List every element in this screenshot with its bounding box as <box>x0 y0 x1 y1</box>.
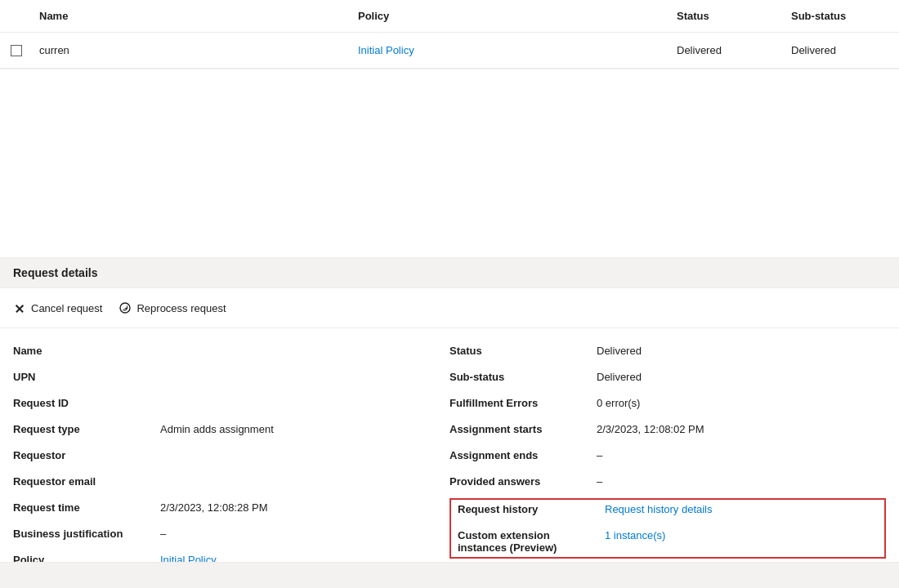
detail-status-row: Status Delivered <box>450 341 886 368</box>
cancel-request-button[interactable]: Cancel request <box>13 298 102 318</box>
custom-extension-label: Custom extension instances (Preview) <box>458 529 605 554</box>
assignment-starts-label: Assignment starts <box>450 423 597 435</box>
detail-substatus-row: Sub-status Delivered <box>450 368 886 394</box>
reprocess-request-label: Reprocess request <box>136 302 226 314</box>
assignment-ends-label: Assignment ends <box>450 449 597 461</box>
request-time-label: Request time <box>13 501 160 514</box>
substatus-value: Delivered <box>597 371 886 383</box>
table-header: Name Policy Status Sub-status <box>0 0 899 33</box>
substatus-header: Sub-status <box>785 7 899 25</box>
substatus-label: Sub-status <box>450 371 597 383</box>
row-status: Delivered <box>670 38 785 63</box>
details-grid: Name UPN Request ID Request type Admin a… <box>0 328 899 588</box>
status-value: Delivered <box>597 345 886 357</box>
detail-request-time-row: Request time 2/3/2023, 12:08:28 PM <box>13 498 450 524</box>
highlighted-section: Request history Request history details … <box>450 498 886 559</box>
request-time-value: 2/3/2023, 12:08:28 PM <box>160 501 450 514</box>
detail-requestor-row: Requestor <box>13 446 450 472</box>
request-details-header: Request details <box>0 257 899 288</box>
bottom-bar <box>0 562 899 588</box>
table-row: curren Initial Policy Delivered Delivere… <box>0 33 899 69</box>
upn-label: UPN <box>13 371 160 383</box>
requestor-email-label: Requestor email <box>13 475 160 488</box>
detail-assignment-starts-row: Assignment starts 2/3/2023, 12:08:02 PM <box>450 420 886 446</box>
row-name: curren <box>33 38 351 63</box>
provided-answers-label: Provided answers <box>450 475 597 488</box>
row-policy-link[interactable]: Initial Policy <box>351 38 670 63</box>
fulfillment-errors-label: Fulfillment Errors <box>450 397 597 409</box>
detail-requestor-email-row: Requestor email <box>13 472 450 498</box>
detail-request-id-row: Request ID <box>13 394 450 420</box>
cancel-request-label: Cancel request <box>31 302 102 314</box>
fulfillment-errors-value: 0 error(s) <box>597 397 886 409</box>
request-history-link[interactable]: Request history details <box>605 503 878 515</box>
cancel-icon <box>13 301 26 314</box>
request-id-label: Request ID <box>13 397 160 409</box>
detail-assignment-ends-row: Assignment ends – <box>450 446 886 472</box>
assignment-ends-value: – <box>597 449 886 461</box>
right-details-column: Status Delivered Sub-status Delivered Fu… <box>450 341 886 577</box>
assignments-table: Name Policy Status Sub-status curren Ini… <box>0 0 899 69</box>
x-icon <box>14 302 25 314</box>
name-header: Name <box>33 7 351 25</box>
detail-request-history-row: Request history Request history details <box>451 500 884 526</box>
reprocess-request-button[interactable]: Reprocess request <box>119 298 226 318</box>
provided-answers-value: – <box>597 475 886 488</box>
policy-header: Policy <box>351 7 670 25</box>
row-checkbox[interactable] <box>11 45 22 56</box>
row-substatus: Delivered <box>785 38 899 63</box>
detail-name-row: Name <box>13 341 450 368</box>
detail-business-justification-row: Business justification – <box>13 524 450 550</box>
left-details-column: Name UPN Request ID Request type Admin a… <box>13 341 450 577</box>
business-justification-value: – <box>160 528 450 540</box>
detail-request-type-row: Request type Admin adds assignment <box>13 420 450 446</box>
request-type-value: Admin adds assignment <box>160 423 450 435</box>
request-details-title: Request details <box>13 266 97 279</box>
detail-fulfillment-errors-row: Fulfillment Errors 0 error(s) <box>450 394 886 420</box>
checkbox-header <box>0 7 33 25</box>
status-label: Status <box>450 345 597 357</box>
row-checkbox-cell <box>0 38 33 63</box>
request-type-label: Request type <box>13 423 160 435</box>
assignment-starts-value: 2/3/2023, 12:08:02 PM <box>597 423 886 435</box>
detail-custom-extension-row: Custom extension instances (Preview) 1 i… <box>451 526 884 557</box>
business-justification-label: Business justification <box>13 528 160 540</box>
empty-area <box>0 69 899 257</box>
detail-upn-row: UPN <box>13 368 450 394</box>
status-header: Status <box>670 7 785 25</box>
requestor-label: Requestor <box>13 449 160 461</box>
name-label: Name <box>13 345 160 357</box>
custom-extension-link[interactable]: 1 instance(s) <box>605 529 878 541</box>
detail-provided-answers-row: Provided answers – <box>450 472 886 498</box>
request-history-label: Request history <box>458 503 605 515</box>
actions-bar: Cancel request Reprocess request <box>0 288 899 328</box>
reprocess-icon <box>119 301 132 314</box>
